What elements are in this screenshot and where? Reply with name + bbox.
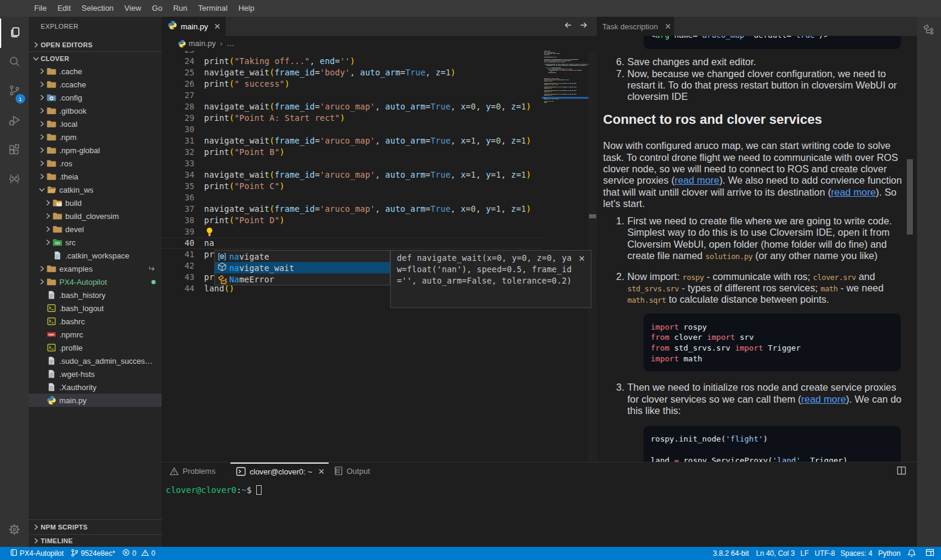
tree-item-label: .gitbook [59, 106, 87, 115]
read-more-link[interactable]: read more [831, 187, 876, 197]
section-open-editors[interactable]: OPEN EDITORS [29, 38, 162, 51]
tree-item-.gitbook[interactable]: .gitbook [29, 104, 162, 117]
read-more-link[interactable]: read more [675, 175, 720, 185]
code-block-line: <arg name="aruco_map" default="true"/> [651, 36, 828, 41]
status-eol[interactable]: LF [800, 547, 809, 560]
menu-help[interactable]: Help [233, 0, 260, 17]
read-more-link[interactable]: read more [802, 394, 846, 404]
tree-item-catkin_ws[interactable]: catkin_ws [29, 183, 162, 196]
status-remote[interactable]: PX4-Autopilot [10, 547, 63, 560]
tree-item-.Xauthority[interactable]: .Xauthority [29, 381, 162, 394]
code-line-39: 39 [162, 226, 182, 238]
suggestion-NameError[interactable]: NameError [215, 273, 390, 285]
nav-back-icon[interactable] [563, 20, 573, 32]
code-text: print("Point D") [204, 215, 284, 226]
markdown-code-block: import rospyfrom clover import srvfrom s… [643, 314, 901, 372]
suggestion-navigate[interactable]: navigate [215, 251, 390, 262]
tree-item-.ros[interactable]: .ros [29, 157, 162, 170]
panel-split-icon[interactable] [897, 466, 906, 475]
status-problems[interactable]: 00 [122, 547, 155, 560]
panel-tab-Output[interactable]: Output [334, 462, 370, 479]
code-line-44: 44 land() [162, 283, 182, 294]
status-indentation[interactable]: Spaces: 4 [840, 547, 872, 560]
activity-search-icon[interactable] [0, 48, 29, 77]
tree-item-.npmrc[interactable]: npm.npmrc [29, 328, 162, 341]
python-icon [168, 20, 177, 32]
status-branch[interactable]: 9524e8ec* [71, 547, 115, 560]
status-cursor-position[interactable]: Ln 40, Col 3 [756, 547, 795, 560]
activity-extensions-icon[interactable] [0, 135, 29, 165]
tree-item-.bash_logout[interactable]: .bash_logout [29, 302, 162, 315]
status-bar: PX4-Autopilot9524e8ec*003.8.2 64-bitLn 4… [0, 547, 941, 560]
section-workspace-root[interactable]: CLOVER [29, 51, 162, 65]
tree-item-PX4-Autopilot[interactable]: PX4-Autopilot [29, 275, 162, 288]
menu-selection[interactable]: Selection [76, 0, 119, 17]
menu-go[interactable]: Go [147, 0, 168, 17]
section-timeline[interactable]: TIMELINE [29, 534, 162, 547]
tree-item-.local[interactable]: .local [29, 117, 162, 130]
nav-forward-icon[interactable] [579, 20, 588, 32]
tree-item-src[interactable]: src [29, 236, 162, 249]
code-line-24: 24 print("Taking off...", end='') [162, 56, 182, 67]
suggestion-navigate_wait[interactable]: navigate_wait [215, 262, 390, 273]
folder-src-icon [53, 238, 62, 247]
activity-source-control-icon[interactable]: 1 [0, 77, 29, 106]
close-icon[interactable] [664, 22, 672, 31]
status-notifications[interactable] [907, 547, 916, 560]
tree-item-.catkin_workspace[interactable]: .catkin_workspace [29, 249, 162, 262]
tree-item-.bashrc[interactable]: .bashrc [29, 315, 162, 328]
tree-item-.npm-global[interactable]: .npm-global [29, 144, 162, 157]
close-icon[interactable] [317, 467, 326, 476]
tree-item-main.py[interactable]: main.py [29, 394, 162, 407]
tree-item-.config[interactable]: .config [29, 91, 162, 104]
terminal[interactable]: clover@clover0:~$ [166, 485, 262, 495]
menu-file[interactable]: File [29, 0, 52, 17]
status-layout[interactable] [925, 547, 934, 560]
code-editor[interactable]: 23 24 print("Taking off...", end='') 25 … [162, 51, 597, 462]
task-description-content[interactable]: <arg name="aruco_map" default="true"/>6.… [597, 36, 917, 462]
section-npm-scripts[interactable]: NPM SCRIPTS [29, 519, 162, 534]
tree-item-.cache[interactable]: .cache [29, 65, 162, 78]
tab-main-py[interactable]: main.py [162, 17, 226, 36]
code-block-line: from clover import srv [651, 332, 754, 343]
menu-view[interactable]: View [119, 0, 147, 17]
tree-item-.theia[interactable]: .theia [29, 170, 162, 183]
tab-task-description[interactable]: Task description [597, 17, 674, 36]
tree-item-.sudo_as_admin_succes[interactable]: .sudo_as_admin_succes… [29, 354, 162, 367]
menu-edit[interactable]: Edit [52, 0, 76, 17]
tree-item-.profile[interactable]: .profile [29, 341, 162, 354]
status-python-version[interactable]: 3.8.2 64-bit [713, 547, 749, 560]
tree-item-.bash_history[interactable]: .bash_history [29, 288, 162, 302]
panel-tab-cloverclover0[interactable]: clover@clover0: ~ [230, 462, 329, 479]
markdown-list-line: math.sqrt to calculate distance between … [627, 294, 829, 306]
close-icon[interactable] [578, 254, 586, 266]
simulator-view-icon[interactable] [922, 24, 935, 39]
chevron-right-icon [37, 145, 47, 155]
svg-text:npm: npm [48, 333, 54, 337]
status-encoding[interactable]: UTF-8 [815, 547, 835, 560]
menu-terminal[interactable]: Terminal [193, 0, 233, 17]
activity-gear-icon[interactable] [0, 516, 29, 545]
tree-item-build[interactable]: build [29, 196, 162, 209]
breadcrumb[interactable]: main.py › … [162, 36, 597, 51]
panel-tab-Problems[interactable]: Problems [169, 462, 215, 479]
close-icon[interactable] [213, 22, 221, 31]
warning-icon [141, 549, 149, 558]
menu-run[interactable]: Run [168, 0, 193, 17]
activity-files-icon[interactable] [0, 19, 29, 48]
lightbulb-icon[interactable] [205, 227, 214, 239]
line-number: 26 [162, 78, 195, 90]
tree-item-examples[interactable]: examples [29, 262, 162, 275]
status-language-mode[interactable]: Python [878, 547, 900, 560]
tree-item-.ccache[interactable]: .ccache [29, 78, 162, 91]
tree-item-build_cloversim[interactable]: build_cloversim [29, 209, 162, 223]
markdown-list-line: create file named solution.py (or any ot… [627, 250, 878, 262]
activity-debug-icon[interactable] [0, 106, 29, 136]
task-panel-scrollbar[interactable] [907, 159, 913, 235]
markdown-paragraph-line: that will wait untill clover will arrive… [603, 187, 897, 198]
tree-item-.wget-hsts[interactable]: .wget-hsts [29, 367, 162, 381]
tree-item-devel[interactable]: devel [29, 223, 162, 236]
tree-item-.npm[interactable]: .npm [29, 130, 162, 144]
activity-braces-x-icon[interactable] [0, 165, 29, 194]
code-block-line: import rospy [651, 322, 707, 333]
